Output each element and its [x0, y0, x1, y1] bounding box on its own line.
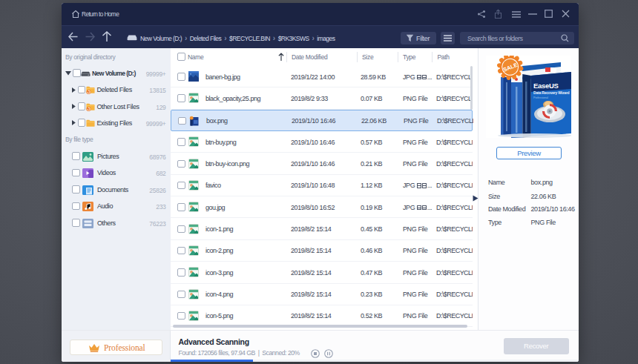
- svg-text:Professional: Professional: [533, 96, 548, 99]
- svg-text:EaseUS: EaseUS: [533, 82, 559, 90]
- svg-text:Data Recovery Wizard: Data Recovery Wizard: [533, 90, 570, 95]
